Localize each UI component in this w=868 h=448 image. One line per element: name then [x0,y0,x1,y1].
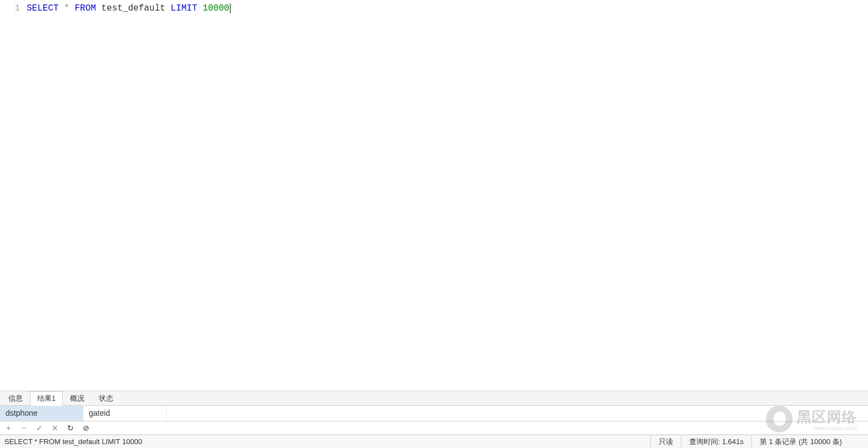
code-area[interactable]: SELECT * FROM test_default LIMIT 10000 [27,0,868,391]
remove-row-icon[interactable]: − [20,424,28,432]
cancel-icon[interactable]: ✕ [51,424,59,432]
add-row-icon[interactable]: + [4,424,12,432]
keyword-from: FROM [74,3,96,13]
status-bar: SELECT * FROM test_default LIMIT 10000 只… [0,435,868,448]
result-grid-header: dstphone gateid [0,406,868,421]
tab-profile[interactable]: 概况 [63,391,92,405]
tab-status[interactable]: 状态 [92,391,121,405]
line-gutter: 1 [0,0,27,391]
keyword-limit: LIMIT [170,3,197,13]
column-header-gateid[interactable]: gateid [83,406,167,421]
result-tabs: 信息 结果1 概况 状态 [0,391,868,406]
table-name: test_default [101,3,165,13]
text-cursor [230,3,230,13]
status-query-time: 查询时间: 1.641s [681,435,751,448]
keyword-select: SELECT [27,3,59,13]
tab-result1[interactable]: 结果1 [30,391,63,406]
status-query-text: SELECT * FROM test_default LIMIT 10000 [0,437,650,446]
limit-value: 10000 [203,3,229,13]
apply-icon[interactable]: ✓ [36,424,43,432]
line-number: 1 [14,3,20,13]
column-header-dstphone[interactable]: dstphone [0,406,83,421]
status-readonly: 只读 [650,435,681,448]
status-record-info: 第 1 条记录 (共 10000 条) [751,435,868,448]
grid-toolbar: + − ✓ ✕ ↻ ⊘ [0,421,868,435]
stop-icon[interactable]: ⊘ [82,424,90,432]
star-operator: * [64,3,69,13]
tab-info[interactable]: 信息 [1,391,30,405]
refresh-icon[interactable]: ↻ [67,424,74,432]
sql-editor[interactable]: 1 SELECT * FROM test_default LIMIT 10000 [0,0,868,391]
